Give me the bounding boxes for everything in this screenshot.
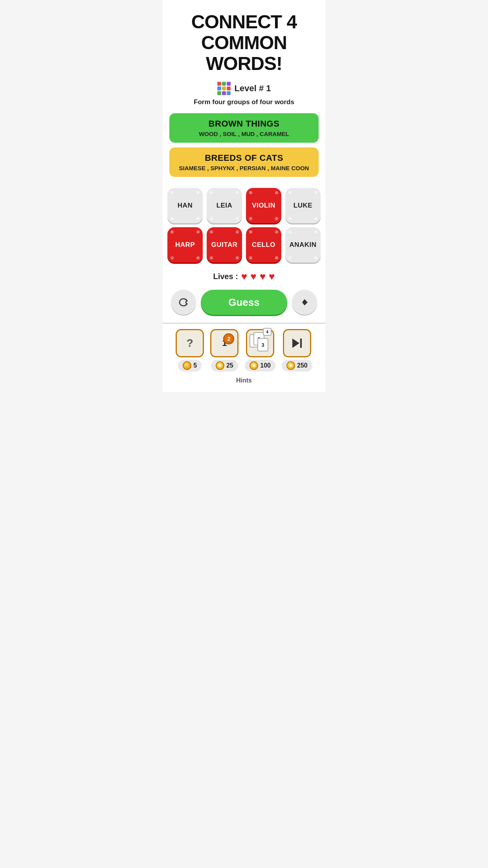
category-card-2: BREEDS OF CATS SIAMESE , SPHYNX , PERSIA… — [169, 147, 319, 177]
bottom-buttons: Guess — [171, 290, 317, 315]
tile-guitar[interactable]: GUITAR — [207, 227, 242, 263]
erase-button[interactable] — [292, 290, 317, 315]
hint1-cost: 5 — [193, 362, 197, 369]
tile-harp[interactable]: HARP — [167, 227, 203, 263]
tile-anakin[interactable]: ANAKIN — [285, 227, 321, 263]
hint-skip-button[interactable] — [283, 329, 311, 357]
cat2-title: BREEDS OF CATS — [177, 153, 311, 163]
tile-leia[interactable]: LEIA — [207, 188, 242, 223]
subtitle-text: Form four groups of four words — [194, 98, 294, 106]
category-card-1: BROWN THINGS WOOD , SOIL , MUD , CARAMEL — [169, 113, 319, 143]
hint-item-4: 250 — [282, 329, 312, 371]
grid-icon — [217, 82, 231, 95]
heart-3: ♥ — [260, 270, 266, 283]
hint3-coin-row: 100 — [245, 360, 275, 371]
cat2-words: SIAMESE , SPHYNX , PERSIAN , MAINE COON — [177, 165, 311, 171]
hints-label: Hints — [236, 377, 252, 384]
hint2-cost: 25 — [226, 362, 233, 369]
guess-button[interactable]: Guess — [201, 290, 287, 315]
word-grid: HAN LEIA VIOLIN LUKE — [167, 188, 321, 263]
level-label: Level # 1 — [235, 83, 271, 94]
heart-1: ♥ — [241, 270, 247, 283]
shuffle-button[interactable] — [171, 290, 196, 315]
shuffle-icon — [178, 297, 189, 308]
coin-4 — [286, 361, 295, 370]
erase-icon — [299, 297, 310, 308]
heart-2: ♥ — [250, 270, 256, 283]
hint-item-1: ? 5 — [176, 329, 204, 371]
tile-luke[interactable]: LUKE — [285, 188, 321, 223]
coin-2 — [216, 361, 224, 370]
lives-label: Lives : — [213, 272, 238, 281]
hint-item-2: 1 2 25 — [210, 329, 238, 371]
lives-row: Lives : ♥ ♥ ♥ ♥ — [213, 270, 275, 283]
hint-item-3: 1 2 4 3 100 — [245, 329, 275, 371]
coin-3 — [250, 361, 258, 370]
hint-shuffle123-button[interactable]: 1 2 4 3 — [246, 329, 274, 357]
tile-violin[interactable]: VIOLIN — [246, 188, 281, 223]
coin-1 — [183, 361, 191, 370]
tile-cello[interactable]: CELLO — [246, 227, 281, 263]
hint4-coin-row: 250 — [282, 360, 312, 371]
heart-4: ♥ — [269, 270, 275, 283]
hint2-coin-row: 25 — [211, 360, 238, 371]
hints-section: ? 5 1 2 25 — [163, 323, 325, 392]
hint-shuffle12-button[interactable]: 1 2 — [210, 329, 238, 357]
app-container: CONNECT 4 COMMON WORDS! Level # 1 Form f… — [163, 0, 325, 392]
svg-marker-0 — [302, 299, 308, 305]
level-row: Level # 1 — [217, 82, 271, 95]
hint1-coin-row: 5 — [178, 360, 202, 371]
hints-row: ? 5 1 2 25 — [176, 329, 312, 371]
cat1-title: BROWN THINGS — [177, 119, 311, 129]
hint3-cost: 100 — [260, 362, 271, 369]
tile-han[interactable]: HAN — [167, 188, 203, 223]
page-title: CONNECT 4 COMMON WORDS! — [163, 12, 325, 74]
hint-question-button[interactable]: ? — [176, 329, 204, 357]
hint4-cost: 250 — [297, 362, 308, 369]
cat1-words: WOOD , SOIL , MUD , CARAMEL — [177, 131, 311, 137]
